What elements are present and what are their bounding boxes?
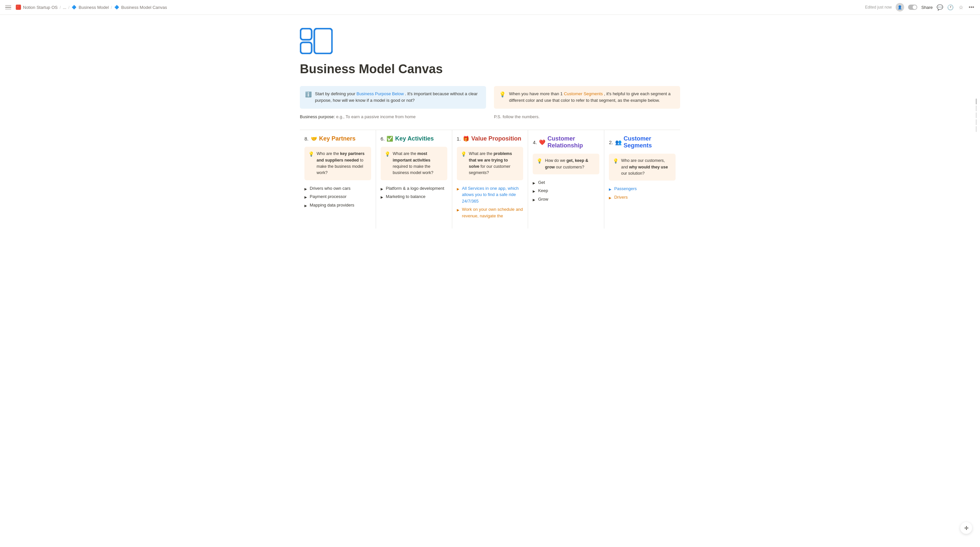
page-title: Business Model Canvas [300,62,680,77]
key-activities-title: Key Activities [395,135,434,142]
scroll-bar [976,105,977,111]
breadcrumb-sep3: / [111,5,112,10]
list-item: ▶ Keep [533,186,599,195]
list-item-text-blue: All Services in one app, which allows yo… [462,185,523,205]
breadcrumb-page1[interactable]: Business Model [79,5,109,10]
canvas-grid: 8. 🤝 Key Partners 💡 Who are the key part… [300,130,680,229]
edited-timestamp: Edited just now [865,5,892,10]
prompt-icon-5: 💡 [613,157,619,165]
col-number-1: 1. [457,136,461,142]
col-header-customer-segments: 2. 👥 Customer Segments [609,135,676,149]
list-item: ▶ Work on your own schedule and revenue,… [457,205,523,220]
purpose-row: Business purpose: e.g., To earn a passiv… [300,114,680,119]
customer-segments-prompt: 💡 Who are our customers, and why would t… [609,154,676,181]
list-item: ▶ Drivers [609,193,676,202]
list-item: ▶ Platform & a logo development [381,184,447,193]
list-item-text: Drivers who own cars [310,185,350,192]
info-box-orange: 💡 When you have more than 1 Customer Seg… [494,86,680,109]
info-orange-text: When you have more than 1 Customer Segme… [509,91,675,104]
list-item-drivers: Drivers [614,194,628,200]
star-icon[interactable]: ☆ [958,4,964,11]
arrow-icon: ▶ [381,186,383,191]
value-prop-emoji: 🎁 [463,135,469,142]
list-item: ▶ Payment processor [304,192,371,201]
arrow-icon-orange: ▶ [609,196,611,200]
share-button[interactable]: Share [921,5,933,10]
business-purpose-text: Business purpose: e.g., To earn a passiv… [300,114,415,119]
customer-relationship-prompt-text: How do we get, keep & grow our customers… [545,157,595,170]
arrow-icon: ▶ [304,186,307,191]
purpose-left: Business purpose: e.g., To earn a passiv… [300,114,486,119]
value-proposition-list: ▶ All Services in one app, which allows … [457,184,523,220]
key-partners-title: Key Partners [319,135,356,142]
topbar-right: Edited just now 👤 Share 💬 🕐 ☆ ••• [865,3,975,11]
col-number-2: 2. [609,140,613,145]
col-number-4: 4. [533,140,537,145]
arrow-icon-blue: ▶ [609,187,611,192]
page2-icon: 🔷 [114,5,119,10]
arrow-icon: ▶ [304,203,307,208]
canvas-col-key-activities: 6. ✅ Key Activities 💡 What are the most … [376,130,452,229]
scroll-indicator [976,99,977,132]
key-partners-emoji: 🤝 [311,135,317,142]
main-content: Business Model Canvas ℹ️ Start by defini… [268,15,712,255]
scroll-bar [976,99,977,104]
list-item-text-orange: Work on your own schedule and revenue, n… [462,206,523,219]
ps-text: P.S. follow the numbers. [494,114,539,119]
svg-rect-2 [314,29,332,54]
key-partners-prompt: 💡 Who are the key partners and suppliers… [304,147,371,180]
arrow-icon: ▶ [381,195,383,200]
info-box-blue: ℹ️ Start by defining your Business Purpo… [300,86,486,109]
customer-segments-link[interactable]: Customer Segments [564,91,603,96]
list-item-text: Mapping data providers [310,202,354,208]
list-item: ▶ Grow [533,195,599,204]
canvas-col-value-proposition: 1. 🎁 Value Proposition 💡 What are the pr… [452,130,528,229]
customer-segments-list: ▶ Passengers ▶ Drivers [609,184,676,201]
avatar[interactable]: 👤 [896,3,904,11]
canvas-col-customer-segments: 2. 👥 Customer Segments 💡 Who are our cus… [604,130,680,229]
list-item-text: Keep [538,188,548,194]
customer-relationship-list: ▶ Get ▶ Keep ▶ Grow [533,178,599,204]
toggle-button[interactable] [908,5,917,10]
arrow-icon: ▶ [533,197,535,202]
key-partners-list: ▶ Drivers who own cars ▶ Payment process… [304,184,371,210]
prompt-icon-2: 💡 [385,151,390,158]
scroll-bar [976,126,977,132]
prompt-icon-4: 💡 [537,157,542,165]
comment-icon[interactable]: 💬 [937,4,943,11]
list-item: ▶ Marketing to balance [381,192,447,201]
info-blue-text: Start by defining your Business Purpose … [315,91,481,104]
list-item-text: Payment processor [310,193,347,200]
history-icon[interactable]: 🕐 [947,4,954,11]
breadcrumb-ellipsis[interactable]: ... [63,5,66,10]
col-number-6: 6. [381,136,385,142]
key-activities-prompt: 💡 What are the most important activities… [381,147,447,180]
list-item: ▶ Drivers who own cars [304,184,371,193]
breadcrumb-sep1: / [60,5,61,10]
list-item: ▶ Mapping data providers [304,201,371,210]
list-item: ▶ Get [533,178,599,187]
list-item: ▶ All Services in one app, which allows … [457,184,523,205]
canvas-col-customer-relationship: 4. ❤️ Customer Relationship 💡 How do we … [528,130,604,229]
breadcrumb-sep2: / [68,5,70,10]
col-header-key-activities: 6. ✅ Key Activities [381,135,447,142]
col-header-key-partners: 8. 🤝 Key Partners [304,135,371,142]
key-activities-emoji: ✅ [387,135,393,142]
business-purpose-link[interactable]: Business Purpose Below [356,91,404,96]
svg-rect-0 [301,29,312,40]
customer-relationship-title: Customer Relationship [547,135,599,149]
customer-segments-prompt-text: Who are our customers, and why would the… [621,157,671,177]
menu-icon[interactable] [5,3,13,11]
key-partners-prompt-text: Who are the key partners and suppliers n… [317,151,367,177]
arrow-icon: ▶ [304,195,307,200]
more-icon[interactable]: ••• [968,4,975,11]
list-item-passengers: Passengers [614,186,637,192]
list-item-text: Marketing to balance [386,193,426,200]
breadcrumb-page2[interactable]: Business Model Canvas [121,5,167,10]
breadcrumb-site[interactable]: Notion Startup OS [23,5,58,10]
arrow-icon-orange: ▶ [457,208,460,212]
customer-seg-emoji: 👥 [615,139,622,145]
breadcrumb: 🔴 Notion Startup OS / ... / 🔷 Business M… [5,3,167,11]
topbar: 🔴 Notion Startup OS / ... / 🔷 Business M… [0,0,980,15]
customer-segments-title: Customer Segments [624,135,676,149]
